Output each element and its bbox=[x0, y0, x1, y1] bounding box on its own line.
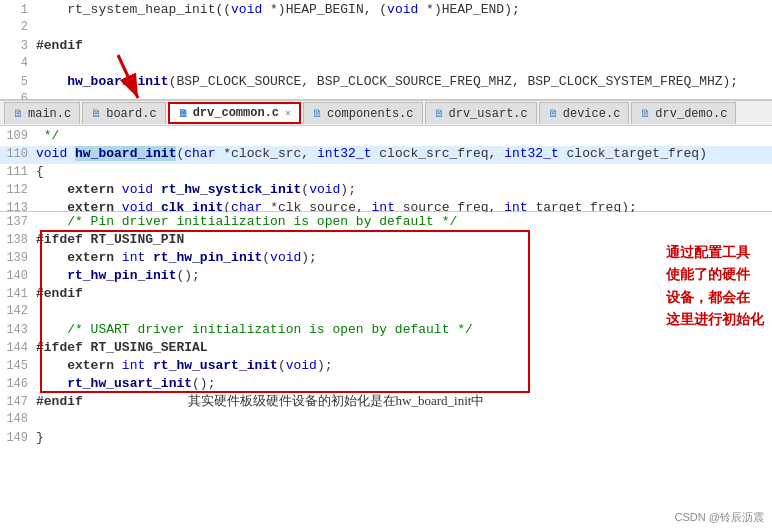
code-line-112: 112 extern void rt_hw_systick_init(void)… bbox=[0, 182, 772, 200]
bottom-annotation: 其实硬件板级硬件设备的初始化是在hw_board_init中 bbox=[60, 392, 612, 410]
annotation-line-2: 使能了的硬件 bbox=[666, 264, 764, 286]
tab-main-c[interactable]: 🗎 main.c bbox=[4, 102, 80, 124]
code-line-1: 1 rt_system_heap_init((void *)HEAP_BEGIN… bbox=[0, 2, 772, 20]
tab-label: drv_demo.c bbox=[655, 107, 727, 121]
annotation-box: 通过配置工具 使能了的硬件 设备，都会在 这里进行初始化 bbox=[666, 242, 764, 332]
code-line-142: 142 bbox=[0, 304, 772, 322]
tab-board-c[interactable]: 🗎 board.c bbox=[82, 102, 165, 124]
tab-device-c[interactable]: 🗎 device.c bbox=[539, 102, 630, 124]
bottom-code-area: 137 /* Pin driver initialization is open… bbox=[0, 212, 772, 412]
top-code-area: 1 rt_system_heap_init((void *)HEAP_BEGIN… bbox=[0, 0, 772, 100]
code-line-143: 143 /* USART driver initialization is op… bbox=[0, 322, 772, 340]
code-line-141: 141 #endif bbox=[0, 286, 772, 304]
file-icon: 🗎 bbox=[640, 107, 651, 120]
annotation-line-1: 通过配置工具 bbox=[666, 242, 764, 264]
code-line-144: 144 #ifdef RT_USING_SERIAL bbox=[0, 340, 772, 358]
watermark: CSDN @铃辰沥震 bbox=[675, 510, 764, 525]
tab-label: main.c bbox=[28, 107, 71, 121]
code-line-140: 140 rt_hw_pin_init(); bbox=[0, 268, 772, 286]
file-icon: 🗎 bbox=[434, 107, 445, 120]
tab-label: components.c bbox=[327, 107, 413, 121]
code-line-110: 110 void hw_board_init(char *clock_src, … bbox=[0, 146, 772, 164]
code-line-3: 3 #endif bbox=[0, 38, 772, 56]
file-icon: 🗎 bbox=[13, 107, 24, 120]
annotation-line-3: 设备，都会在 bbox=[666, 287, 764, 309]
tab-bar-container: 🗎 main.c 🗎 board.c 🗎 drv_common.c ✕ 🗎 co… bbox=[0, 100, 772, 126]
file-icon: 🗎 bbox=[91, 107, 102, 120]
code-line-5: 5 hw_board_init(BSP_CLOCK_SOURCE, BSP_CL… bbox=[0, 74, 772, 92]
file-icon: 🗎 bbox=[312, 107, 323, 120]
file-icon: 🗎 bbox=[178, 107, 189, 120]
code-line-138: 138 #ifdef RT_USING_PIN bbox=[0, 232, 772, 250]
tab-drv-usart-c[interactable]: 🗎 drv_usart.c bbox=[425, 102, 537, 124]
code-line-137: 137 /* Pin driver initialization is open… bbox=[0, 214, 772, 232]
tab-drv-common-c[interactable]: 🗎 drv_common.c ✕ bbox=[168, 102, 301, 124]
code-line-2: 2 bbox=[0, 20, 772, 38]
tab-label: drv_common.c bbox=[193, 106, 279, 120]
code-line-109: 109 */ bbox=[0, 128, 772, 146]
tab-components-c[interactable]: 🗎 components.c bbox=[303, 102, 422, 124]
code-line-149: 149 } bbox=[0, 430, 772, 448]
code-line-111: 111 { bbox=[0, 164, 772, 182]
file-icon: 🗎 bbox=[548, 107, 559, 120]
code-line-139: 139 extern int rt_hw_pin_init(void); bbox=[0, 250, 772, 268]
tab-label: device.c bbox=[563, 107, 621, 121]
tab-bar: 🗎 main.c 🗎 board.c 🗎 drv_common.c ✕ 🗎 co… bbox=[0, 100, 772, 126]
tab-label: drv_usart.c bbox=[449, 107, 528, 121]
tab-label: board.c bbox=[106, 107, 156, 121]
bottom-annotation-text: 其实硬件板级硬件设备的初始化是在hw_board_init中 bbox=[188, 393, 485, 408]
tab-close-icon[interactable]: ✕ bbox=[285, 107, 291, 119]
middle-code-area: 109 */ 110 void hw_board_init(char *cloc… bbox=[0, 126, 772, 212]
code-line-148: 148 bbox=[0, 412, 772, 430]
tab-drv-demo-c[interactable]: 🗎 drv_demo.c bbox=[631, 102, 736, 124]
code-line-4: 4 bbox=[0, 56, 772, 74]
code-line-145: 145 extern int rt_hw_usart_init(void); bbox=[0, 358, 772, 376]
bottom-area: 137 /* Pin driver initialization is open… bbox=[0, 212, 772, 412]
annotation-line-4: 这里进行初始化 bbox=[666, 309, 764, 331]
